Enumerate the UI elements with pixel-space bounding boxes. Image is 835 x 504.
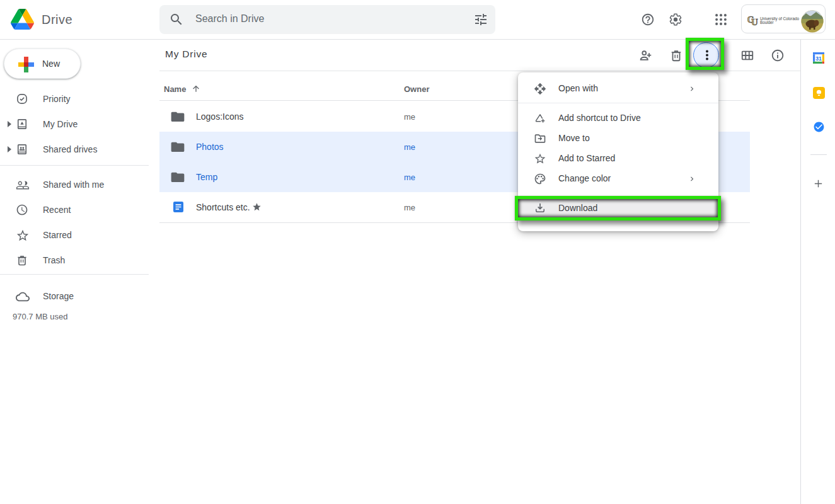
svg-text:U: U xyxy=(751,17,758,26)
svg-text:31: 31 xyxy=(815,55,822,62)
